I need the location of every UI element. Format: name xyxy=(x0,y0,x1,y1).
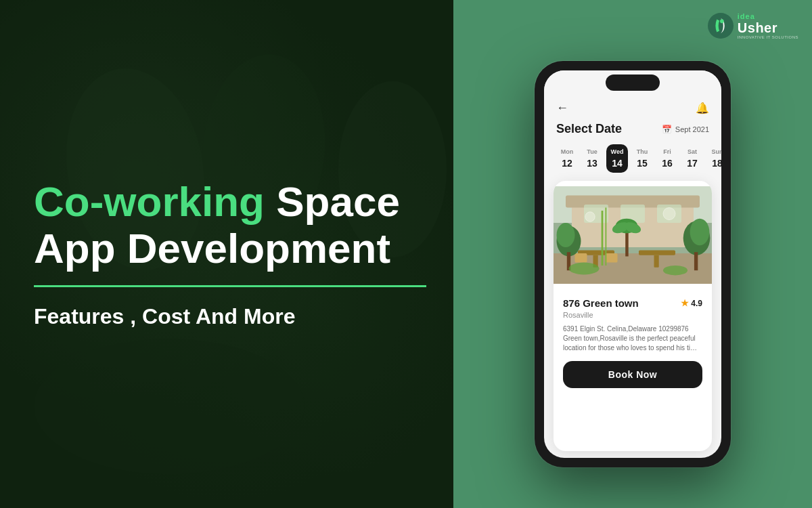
day-name: Wed xyxy=(611,148,624,155)
rating: ★ 4.9 xyxy=(681,298,702,308)
day-item-17[interactable]: Sat17 xyxy=(681,144,703,173)
day-number: 16 xyxy=(662,158,673,169)
phone-screen: ← 🔔 Select Date 📅 Sept 2021 Mon12Tue13We… xyxy=(544,70,721,458)
logo-icon xyxy=(708,13,734,39)
left-panel: Co-working Space App Development Feature… xyxy=(0,0,453,508)
days-row: Mon12Tue13Wed14Thu15Fri16Sat17Sun18 xyxy=(556,144,709,173)
card-image xyxy=(554,181,712,289)
bell-icon[interactable]: 🔔 xyxy=(696,102,709,114)
star-icon: ★ xyxy=(681,298,689,308)
card-location: Rosaville xyxy=(563,311,702,319)
day-name: Thu xyxy=(637,148,648,155)
day-item-12[interactable]: Mon12 xyxy=(556,144,578,173)
space-card: 876 Green town ★ 4.9 Rosaville 6391 Elgi… xyxy=(554,181,712,451)
day-name: Fri xyxy=(663,148,671,155)
card-title: 876 Green town xyxy=(563,297,639,309)
headline: Co-working Space App Development xyxy=(34,179,420,271)
headline-highlight: Co-working xyxy=(34,178,265,225)
logo-area: idea Usher INNOVATIVE IT SOLUTIONS xyxy=(708,12,798,40)
card-description: 6391 Elgin St. Celina,Delaware 10299876 … xyxy=(563,324,702,353)
phone-wrapper: ← 🔔 Select Date 📅 Sept 2021 Mon12Tue13We… xyxy=(535,61,731,467)
rating-value: 4.9 xyxy=(691,299,702,308)
day-number: 17 xyxy=(687,158,698,169)
day-name: Sat xyxy=(687,148,697,155)
day-name: Sun xyxy=(712,148,722,155)
day-number: 18 xyxy=(712,158,721,169)
dynamic-island xyxy=(606,75,660,91)
day-item-18[interactable]: Sun18 xyxy=(706,144,721,173)
card-image-svg xyxy=(554,181,712,289)
day-number: 15 xyxy=(637,158,648,169)
day-item-13[interactable]: Tue13 xyxy=(581,144,603,173)
card-title-row: 876 Green town ★ 4.9 xyxy=(563,297,702,309)
headline-divider xyxy=(34,285,426,287)
svg-point-0 xyxy=(708,13,734,39)
svg-rect-32 xyxy=(554,186,712,284)
svg-point-1 xyxy=(720,20,724,24)
book-now-button[interactable]: Book Now xyxy=(563,361,702,388)
card-body: 876 Green town ★ 4.9 Rosaville 6391 Elgi… xyxy=(554,289,712,396)
day-item-15[interactable]: Thu15 xyxy=(631,144,653,173)
day-number: 12 xyxy=(562,158,572,169)
day-name: Mon xyxy=(561,148,574,155)
select-date-title: Select Date xyxy=(556,122,622,136)
logo-idea-text: idea xyxy=(738,12,798,20)
select-date-row: Select Date 📅 Sept 2021 xyxy=(556,122,709,136)
right-panel: idea Usher INNOVATIVE IT SOLUTIONS ← 🔔 S… xyxy=(453,0,812,508)
logo-tagline: INNOVATIVE IT SOLUTIONS xyxy=(738,35,798,40)
month-label: Sept 2021 xyxy=(675,125,709,133)
phone-frame: ← 🔔 Select Date 📅 Sept 2021 Mon12Tue13We… xyxy=(535,61,731,467)
day-name: Tue xyxy=(587,148,597,155)
day-number: 14 xyxy=(612,158,623,169)
day-item-16[interactable]: Fri16 xyxy=(656,144,678,173)
select-date-section: Select Date 📅 Sept 2021 Mon12Tue13Wed14T… xyxy=(544,122,721,181)
day-number: 13 xyxy=(587,158,597,169)
logo-text-area: idea Usher INNOVATIVE IT SOLUTIONS xyxy=(738,12,798,40)
month-badge[interactable]: 📅 Sept 2021 xyxy=(662,125,709,134)
left-content: Co-working Space App Development Feature… xyxy=(0,0,453,508)
subtitle: Features , Cost And More xyxy=(34,304,420,329)
logo-usher-text: Usher xyxy=(738,20,798,35)
day-item-14[interactable]: Wed14 xyxy=(606,144,628,173)
calendar-icon: 📅 xyxy=(662,125,672,134)
back-arrow-icon[interactable]: ← xyxy=(556,101,568,115)
